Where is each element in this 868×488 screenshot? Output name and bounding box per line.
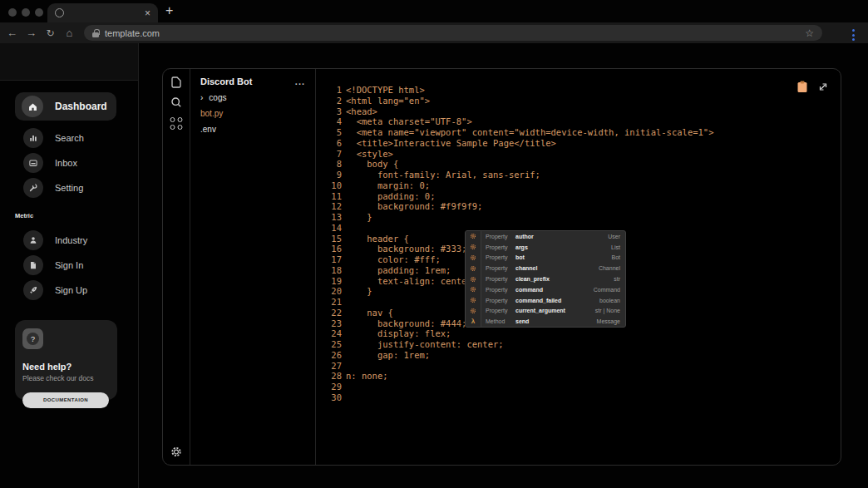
question-glyph: ? <box>27 333 39 345</box>
tree-file-botpy[interactable]: bot.py <box>200 109 305 118</box>
line-text: <head> <box>346 106 377 117</box>
line-number: 8 <box>316 159 342 170</box>
bar-chart-icon <box>23 128 43 148</box>
code-line[interactable]: 30 <box>316 392 841 403</box>
code-line[interactable]: 6 <title>Interactive Sample Page</title> <box>316 138 841 149</box>
autocomplete-row[interactable]: Property channel Channel <box>466 263 625 274</box>
autocomplete-row[interactable]: Property current_argument str | None <box>466 306 625 317</box>
window-control-dot[interactable] <box>22 8 30 17</box>
new-tab-button[interactable]: + <box>165 3 173 18</box>
line-number: 2 <box>316 96 342 106</box>
autocomplete-row[interactable]: Property clean_prefix str <box>466 274 625 284</box>
tree-file-env[interactable]: .env <box>200 125 305 134</box>
code-line[interactable]: 12 background: #f9f9f9; <box>316 201 841 212</box>
code-area[interactable]: 1 <!DOCTYPE html> 2 <html lang="en"> 3 <… <box>316 69 841 465</box>
sidebar-nav: Dashboard Search Inbox <box>0 81 138 303</box>
tab-bar: × + <box>0 0 868 22</box>
code-line[interactable]: 2 <html lang="en"> <box>316 96 841 106</box>
code-line[interactable]: 4 <meta charset="UTF-8"> <box>316 116 841 127</box>
line-text: <meta charset="UTF-8"> <box>346 116 472 127</box>
window-control-dot[interactable] <box>35 8 43 17</box>
line-text: color: #fff; <box>346 254 441 265</box>
back-icon[interactable]: ← <box>2 27 22 38</box>
autocomplete-name: args <box>515 244 528 250</box>
sidebar-item-industry[interactable]: Industry <box>15 228 138 253</box>
line-text: nav { <box>346 308 393 318</box>
code-line[interactable]: 29 <box>316 382 841 392</box>
sidebar-item-label: Sign In <box>55 260 83 270</box>
home-icon[interactable]: ⌂ <box>60 27 79 38</box>
sidebar-item-inbox[interactable]: Inbox <box>15 150 138 175</box>
line-number: 17 <box>316 254 342 265</box>
url-field[interactable]: template.com ☆ <box>84 25 822 41</box>
code-line[interactable]: 7 <style> <box>316 149 841 160</box>
code-line[interactable]: 3 <head> <box>316 106 841 117</box>
code-line[interactable]: 11 padding: 0; <box>316 191 841 202</box>
code-line[interactable]: 26 gap: 1rem; <box>316 350 841 361</box>
autocomplete-row[interactable]: Property command Command <box>466 284 625 295</box>
sidebar-item-setting[interactable]: Setting <box>15 175 138 200</box>
line-text: text-align: center; <box>346 276 477 287</box>
line-text: <meta name="viewport" content="width=dev… <box>346 127 714 138</box>
autocomplete-row[interactable]: Property bot Bot <box>466 253 625 264</box>
help-card: ? Need help? Please check our docs DOCUM… <box>15 320 117 400</box>
line-text: n: none; <box>346 371 388 382</box>
line-text: margin: 0; <box>346 180 430 191</box>
apps-grid-icon[interactable] <box>170 117 183 130</box>
code-line[interactable]: 24 display: flex; <box>316 328 841 339</box>
code-line[interactable]: 27 <box>316 361 841 372</box>
autocomplete-name: clean_prefix <box>515 276 550 282</box>
window-control-dot[interactable] <box>8 8 17 17</box>
document-icon <box>23 255 43 275</box>
autocomplete-kind-icon <box>466 242 481 253</box>
browser-tab[interactable]: × <box>47 3 158 22</box>
autocomplete-type: Channel <box>599 265 620 271</box>
autocomplete-row[interactable]: Property author User <box>466 231 625 242</box>
sidebar-logo-strip <box>0 43 138 81</box>
expand-fullscreen-icon[interactable] <box>817 81 829 93</box>
copy-clipboard-icon[interactable] <box>796 81 808 93</box>
file-icon[interactable] <box>170 76 183 89</box>
sidebar-item-sign-up[interactable]: Sign Up <box>15 278 138 303</box>
sidebar-item-label: Sign Up <box>55 285 87 295</box>
autocomplete-row[interactable]: λ Method send Message <box>466 316 625 327</box>
autocomplete-row[interactable]: Property command_failed boolean <box>466 295 625 306</box>
line-text: background: #444; <box>346 318 466 329</box>
line-number: 22 <box>316 308 342 318</box>
url-text[interactable]: template.com <box>105 28 160 38</box>
wrench-icon <box>23 178 43 198</box>
reload-icon[interactable]: ↻ <box>41 28 60 38</box>
code-line[interactable]: 1 <!DOCTYPE html> <box>316 85 841 96</box>
tab-close-icon[interactable]: × <box>145 8 150 18</box>
documentation-button[interactable]: DOCUMENTAION <box>22 392 109 408</box>
search-icon[interactable] <box>170 96 183 109</box>
code-line[interactable]: 13 } <box>316 212 841 223</box>
line-number: 3 <box>316 106 342 117</box>
code-line[interactable]: 9 font-family: Arial, sans-serif; <box>316 170 841 180</box>
project-menu-icon[interactable]: ... <box>295 80 305 83</box>
autocomplete-kind-icon <box>466 263 481 274</box>
code-line[interactable]: 8 body { <box>316 159 841 170</box>
line-number: 30 <box>316 392 342 403</box>
autocomplete-kind-icon <box>466 306 481 317</box>
line-number: 7 <box>316 149 342 160</box>
sidebar-item-dashboard[interactable]: Dashboard <box>15 92 116 121</box>
line-text: background: #f9f9f9; <box>346 201 482 212</box>
sidebar-item-search[interactable]: Search <box>15 126 138 150</box>
code-line[interactable]: 10 margin: 0; <box>316 180 841 191</box>
gear-icon[interactable] <box>170 446 183 458</box>
code-line[interactable]: 5 <meta name="viewport" content="width=d… <box>316 127 841 138</box>
window-controls[interactable] <box>8 8 43 17</box>
line-number: 25 <box>316 339 342 350</box>
bookmark-star-icon[interactable]: ☆ <box>805 27 814 39</box>
autocomplete-row[interactable]: Property args List <box>466 242 625 253</box>
code-line[interactable]: 25 justify-content: center; <box>316 339 841 350</box>
tree-folder-cogs[interactable]: › cogs <box>200 93 305 102</box>
forward-icon[interactable]: → <box>22 27 41 38</box>
project-title: Discord Bot <box>200 76 252 86</box>
code-line[interactable]: 28 n: none; <box>316 371 841 382</box>
browser-menu-icon[interactable] <box>851 27 856 42</box>
autocomplete-name: author <box>515 234 534 239</box>
autocomplete-kind-label: Method <box>486 318 512 324</box>
sidebar-item-sign-in[interactable]: Sign In <box>15 253 138 278</box>
